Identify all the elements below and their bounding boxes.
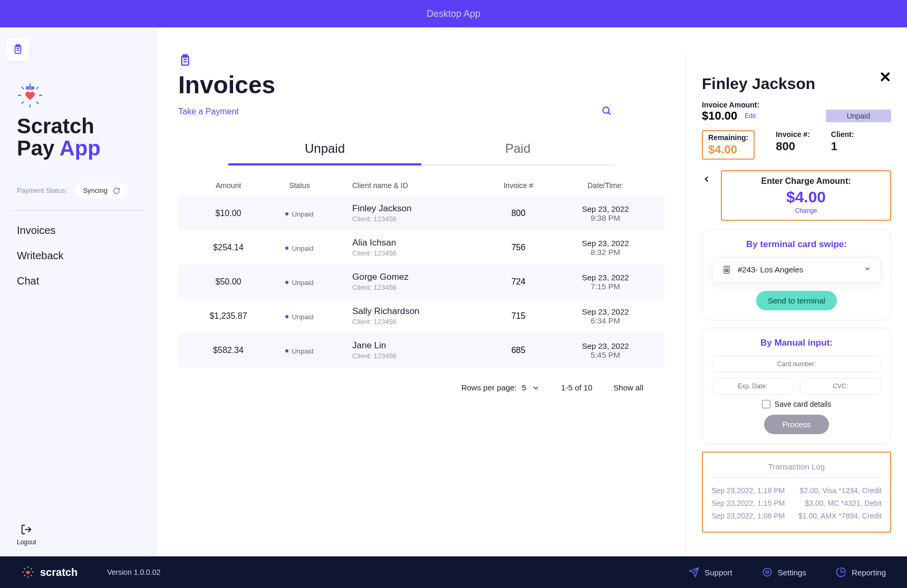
chevron-left-icon [702, 174, 711, 184]
svg-point-36 [763, 569, 771, 576]
row-client: Finley Jackson Client: 123456 [331, 203, 479, 223]
back-button[interactable] [702, 170, 712, 181]
change-link[interactable]: Change [729, 207, 883, 214]
search-icon [601, 105, 612, 116]
logout-button[interactable]: Logout [17, 524, 36, 546]
rows-per-page[interactable]: Rows per page: 5 [461, 383, 540, 392]
svg-line-18 [608, 112, 610, 114]
tx-timestamp: Sep 23,2022, 1:15 PM [711, 499, 785, 507]
payment-status-row: Payment Status: Syncing [6, 175, 151, 210]
footer-reporting[interactable]: Reporting [836, 567, 886, 577]
tab-paid[interactable]: Paid [421, 134, 614, 164]
col-client: Client name & ID [331, 181, 479, 190]
take-payment-link[interactable]: Take a Payment [178, 107, 239, 116]
terminal-card: By terminal card swipe: #243- Los Angele… [702, 229, 891, 320]
sync-badge[interactable]: Syncing [75, 183, 127, 198]
row-invoice-num: 800 [479, 209, 558, 218]
tx-detail: $3.00, MC *4321, Debit [805, 499, 882, 507]
charge-amount-box: Enter Charge Amount: $4.00 Change [721, 170, 891, 221]
footer: scratch Version 1.0.0.02 Support Setting… [0, 556, 907, 588]
row-client: Gorge Gomez Client: 123456 [331, 272, 479, 291]
payment-panel: ✕ Finley Jackson Invoice Amount: $10.00 … [686, 54, 907, 556]
nav-chat[interactable]: Chat [6, 269, 151, 294]
row-client: Sally Richardson Client: 123456 [331, 306, 479, 326]
row-invoice-num: 685 [479, 346, 558, 355]
footer-brand-text: scratch [40, 566, 78, 579]
svg-line-9 [22, 102, 24, 104]
row-date: Sep 23, 2022 9:38 PM [558, 204, 653, 222]
svg-point-24 [725, 271, 726, 272]
search-button[interactable] [601, 105, 612, 118]
row-client-id: Client: 123456 [352, 249, 479, 257]
footer-settings[interactable]: Settings [762, 567, 806, 577]
doc-icon-button[interactable] [6, 38, 30, 61]
card-number-input[interactable] [712, 356, 881, 373]
logout-label: Logout [17, 538, 36, 546]
svg-rect-19 [724, 266, 730, 273]
nav-invoices[interactable]: Invoices [6, 218, 151, 243]
footer-support[interactable]: Support [689, 567, 732, 577]
invoice-amount-value: $10.00 [702, 109, 737, 123]
terminal-select[interactable]: #243- Los Angeles [712, 257, 881, 282]
logout-icon [21, 524, 32, 535]
tab-unpaid[interactable]: Unpaid [228, 134, 421, 165]
tx-row: Sep 23,2022, 1:18 PM$2.00, Visa *1234, C… [711, 484, 882, 497]
heart-logo-icon: </> [17, 82, 43, 109]
invnum-value: 800 [776, 140, 810, 153]
terminal-icon [722, 265, 731, 275]
save-card-checkbox[interactable] [762, 400, 770, 408]
txlog-title: Transaction Log [711, 462, 882, 478]
tx-row: Sep 23,2022, 1:08 PM$1.00, AMX *7894, Cr… [711, 509, 882, 522]
row-client-name: Finley Jackson [352, 203, 479, 214]
client-number-cell: Client: 1 [831, 130, 854, 160]
send-to-terminal-button[interactable]: Send to terminal [756, 291, 837, 310]
svg-line-8 [36, 102, 38, 104]
topbar-title: Desktop App [427, 8, 480, 19]
col-amount: Amount [189, 181, 268, 190]
row-amount: $50.00 [189, 277, 268, 287]
pager: Rows per page: 5 1-5 of 10 Show all [178, 367, 664, 392]
process-button[interactable]: Process [764, 415, 828, 434]
table-row[interactable]: $50.00 Unpaid Gorge Gomez Client: 123456… [178, 264, 664, 299]
clipboard-icon [12, 44, 24, 55]
send-icon [689, 567, 699, 577]
row-date: Sep 23, 2022 8:32 PM [558, 239, 653, 257]
row-client: Alia Ichsan Client: 123456 [331, 238, 479, 257]
cvc-input[interactable] [800, 378, 882, 395]
footer-brand: scratch [21, 565, 78, 579]
save-card-row[interactable]: Save card details [712, 400, 881, 408]
row-amount: $10.00 [189, 209, 268, 218]
row-client-id: Client: 123456 [352, 215, 479, 223]
svg-line-34 [31, 569, 32, 570]
heart-logo-icon [21, 565, 35, 579]
clipboard-icon [178, 54, 192, 67]
table-row[interactable]: $1,235.87 Unpaid Sally Richardson Client… [178, 299, 664, 333]
exp-date-input[interactable] [712, 378, 794, 395]
rpp-value: 5 [522, 383, 526, 392]
svg-point-22 [726, 269, 727, 270]
svg-line-31 [24, 569, 25, 570]
svg-point-25 [726, 271, 727, 272]
svg-point-35 [766, 571, 768, 574]
row-amount: $582.34 [189, 346, 268, 355]
svg-line-7 [22, 87, 24, 89]
table-row[interactable]: $10.00 Unpaid Finley Jackson Client: 123… [178, 196, 664, 230]
row-client-name: Jane Lin [352, 340, 479, 351]
row-invoice-num: 715 [479, 311, 558, 321]
edit-link[interactable]: Edit [745, 112, 756, 120]
svg-line-32 [31, 575, 32, 576]
close-button[interactable]: ✕ [879, 68, 891, 86]
svg-line-10 [36, 87, 38, 89]
nav-writeback[interactable]: Writeback [6, 243, 151, 269]
table-row[interactable]: $254.14 Unpaid Alia Ichsan Client: 12345… [178, 230, 664, 264]
row-status: Unpaid [268, 242, 331, 252]
client-value: 1 [831, 140, 854, 153]
row-status: Unpaid [268, 345, 331, 355]
payment-status-label: Payment Status: [17, 187, 67, 194]
row-client-id: Client: 123456 [352, 318, 479, 326]
show-all-link[interactable]: Show all [613, 383, 643, 392]
table-row[interactable]: $582.34 Unpaid Jane Lin Client: 123456 6… [178, 333, 664, 367]
row-amount: $254.14 [189, 243, 268, 252]
tx-row: Sep 23,2022, 1:15 PM$3.00, MC *4321, Deb… [711, 497, 882, 509]
svg-point-17 [603, 107, 609, 113]
